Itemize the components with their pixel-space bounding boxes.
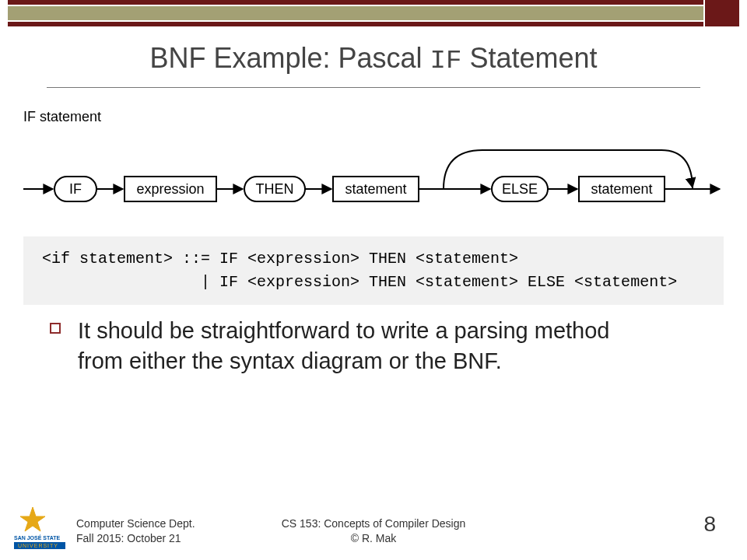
slide-title: BNF Example: Pascal IF Statement bbox=[0, 42, 747, 75]
node-statement-2: statement bbox=[591, 181, 652, 197]
bnf-line-1: <if statement> ::= IF <expression> THEN … bbox=[33, 250, 518, 268]
banner-stripe-bottom bbox=[8, 22, 703, 26]
node-if: IF bbox=[69, 181, 82, 197]
node-expression: expression bbox=[136, 181, 204, 197]
node-else: ELSE bbox=[502, 181, 538, 197]
bnf-grammar-box: <if statement> ::= IF <expression> THEN … bbox=[23, 236, 724, 305]
title-pre: BNF Example: Pascal bbox=[149, 42, 430, 74]
footer-copyright: © R. Mak bbox=[0, 531, 747, 546]
bullet-list: It should be straightforward to write a … bbox=[50, 316, 641, 376]
slide: BNF Example: Pascal IF Statement IF stat… bbox=[0, 0, 747, 560]
banner-stripe-top bbox=[8, 0, 703, 5]
footer: SAN JOSÉ STATE UNIVERSITY Computer Scien… bbox=[0, 499, 747, 560]
footer-center: CS 153: Concepts of Compiler Design © R.… bbox=[0, 516, 747, 546]
node-then: THEN bbox=[256, 181, 294, 197]
title-keyword: IF bbox=[430, 46, 462, 75]
bnf-line-2: | IF <expression> THEN <statement> ELSE … bbox=[33, 273, 677, 291]
bullet-item: It should be straightforward to write a … bbox=[50, 316, 641, 376]
diagram-label: IF statement bbox=[23, 109, 724, 125]
railroad-svg: IF expression THEN statement ELSE statem… bbox=[23, 133, 724, 219]
bullet-square-icon bbox=[50, 323, 61, 334]
node-statement-1: statement bbox=[345, 181, 406, 197]
bullet-text: It should be straightforward to write a … bbox=[78, 316, 641, 376]
title-underline bbox=[47, 87, 700, 88]
page-number: 8 bbox=[703, 512, 716, 537]
banner-corner-square bbox=[705, 0, 739, 26]
banner-stripe-mid bbox=[8, 6, 703, 20]
title-area: BNF Example: Pascal IF Statement bbox=[0, 42, 747, 75]
title-post: Statement bbox=[461, 42, 597, 74]
syntax-diagram: IF statement bbox=[23, 109, 724, 222]
footer-course: CS 153: Concepts of Compiler Design bbox=[0, 516, 747, 531]
top-banner bbox=[0, 0, 747, 23]
